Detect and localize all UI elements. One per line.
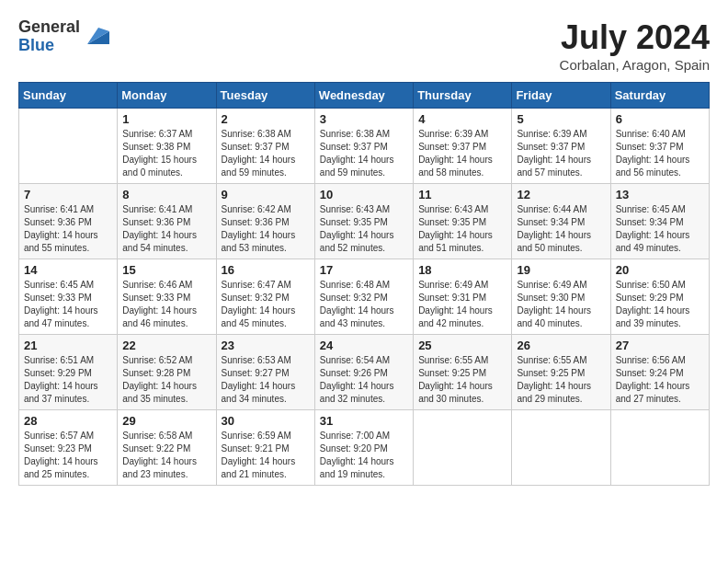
day-number: 26 (517, 339, 605, 352)
cell-content: Sunrise: 6:43 AM Sunset: 9:35 PM Dayligh… (320, 203, 408, 255)
cell-content: Sunrise: 6:57 AM Sunset: 9:23 PM Dayligh… (24, 430, 112, 481)
calendar-cell: 22Sunrise: 6:52 AM Sunset: 9:28 PM Dayli… (118, 335, 216, 410)
cell-content: Sunrise: 6:38 AM Sunset: 9:37 PM Dayligh… (320, 128, 408, 179)
month-year: July 2024 (560, 18, 710, 57)
calendar-cell: 25Sunrise: 6:55 AM Sunset: 9:25 PM Dayli… (414, 335, 512, 410)
week-row-2: 7Sunrise: 6:41 AM Sunset: 9:36 PM Daylig… (19, 184, 710, 259)
calendar-cell: 14Sunrise: 6:45 AM Sunset: 9:33 PM Dayli… (19, 259, 118, 335)
weekday-header-sunday: Sunday (19, 83, 118, 109)
day-number: 14 (24, 263, 112, 277)
day-number: 17 (320, 263, 408, 277)
cell-content: Sunrise: 6:49 AM Sunset: 9:31 PM Dayligh… (418, 279, 506, 330)
day-number: 10 (320, 188, 408, 201)
cell-content: Sunrise: 6:43 AM Sunset: 9:35 PM Dayligh… (418, 203, 506, 255)
day-number: 20 (616, 263, 704, 277)
day-number: 8 (122, 188, 210, 201)
calendar-cell: 20Sunrise: 6:50 AM Sunset: 9:29 PM Dayli… (610, 259, 709, 335)
calendar-cell: 7Sunrise: 6:41 AM Sunset: 9:36 PM Daylig… (19, 184, 118, 259)
weekday-header-row: SundayMondayTuesdayWednesdayThursdayFrid… (19, 83, 710, 109)
cell-content: Sunrise: 6:46 AM Sunset: 9:33 PM Dayligh… (122, 279, 210, 330)
day-number: 7 (24, 188, 112, 201)
cell-content: Sunrise: 6:48 AM Sunset: 9:32 PM Dayligh… (320, 279, 408, 330)
day-number: 4 (418, 112, 506, 126)
calendar-cell: 29Sunrise: 6:58 AM Sunset: 9:22 PM Dayli… (118, 410, 216, 486)
day-number: 27 (616, 339, 704, 352)
day-number: 30 (222, 414, 310, 428)
calendar-cell: 1Sunrise: 6:37 AM Sunset: 9:38 PM Daylig… (118, 109, 216, 184)
weekday-header-wednesday: Wednesday (314, 83, 413, 109)
weekday-header-tuesday: Tuesday (216, 83, 314, 109)
day-number: 13 (616, 188, 704, 201)
week-row-3: 14Sunrise: 6:45 AM Sunset: 9:33 PM Dayli… (19, 259, 710, 335)
calendar-cell (512, 410, 610, 486)
cell-content: Sunrise: 6:38 AM Sunset: 9:37 PM Dayligh… (222, 128, 310, 179)
cell-content: Sunrise: 7:00 AM Sunset: 9:20 PM Dayligh… (320, 430, 408, 481)
calendar-cell: 17Sunrise: 6:48 AM Sunset: 9:32 PM Dayli… (314, 259, 413, 335)
calendar-cell: 13Sunrise: 6:45 AM Sunset: 9:34 PM Dayli… (610, 184, 709, 259)
cell-content: Sunrise: 6:40 AM Sunset: 9:37 PM Dayligh… (616, 128, 704, 179)
calendar-cell: 11Sunrise: 6:43 AM Sunset: 9:35 PM Dayli… (414, 184, 512, 259)
day-number: 16 (222, 263, 310, 277)
day-number: 1 (122, 112, 210, 126)
location: Corbalan, Aragon, Spain (560, 57, 710, 73)
calendar-cell: 2Sunrise: 6:38 AM Sunset: 9:37 PM Daylig… (216, 109, 314, 184)
logo: General Blue (18, 18, 109, 55)
weekday-header-thursday: Thursday (414, 83, 512, 109)
day-number: 18 (418, 263, 506, 277)
day-number: 5 (517, 112, 605, 126)
cell-content: Sunrise: 6:59 AM Sunset: 9:21 PM Dayligh… (222, 430, 310, 481)
calendar-cell: 24Sunrise: 6:54 AM Sunset: 9:26 PM Dayli… (314, 335, 413, 410)
logo-blue: Blue (18, 37, 80, 55)
calendar-cell: 8Sunrise: 6:41 AM Sunset: 9:36 PM Daylig… (118, 184, 216, 259)
cell-content: Sunrise: 6:39 AM Sunset: 9:37 PM Dayligh… (418, 128, 506, 179)
day-number: 22 (122, 339, 210, 352)
day-number: 21 (24, 339, 112, 352)
calendar-cell: 5Sunrise: 6:39 AM Sunset: 9:37 PM Daylig… (512, 109, 610, 184)
calendar-cell: 16Sunrise: 6:47 AM Sunset: 9:32 PM Dayli… (216, 259, 314, 335)
cell-content: Sunrise: 6:54 AM Sunset: 9:26 PM Dayligh… (320, 354, 408, 406)
cell-content: Sunrise: 6:44 AM Sunset: 9:34 PM Dayligh… (517, 203, 605, 255)
week-row-5: 28Sunrise: 6:57 AM Sunset: 9:23 PM Dayli… (19, 410, 710, 486)
calendar-cell: 23Sunrise: 6:53 AM Sunset: 9:27 PM Dayli… (216, 335, 314, 410)
logo-icon (84, 24, 109, 50)
cell-content: Sunrise: 6:55 AM Sunset: 9:25 PM Dayligh… (418, 354, 506, 406)
calendar-cell: 26Sunrise: 6:55 AM Sunset: 9:25 PM Dayli… (512, 335, 610, 410)
cell-content: Sunrise: 6:41 AM Sunset: 9:36 PM Dayligh… (122, 203, 210, 255)
calendar-cell: 12Sunrise: 6:44 AM Sunset: 9:34 PM Dayli… (512, 184, 610, 259)
day-number: 28 (24, 414, 112, 428)
cell-content: Sunrise: 6:37 AM Sunset: 9:38 PM Dayligh… (122, 128, 210, 179)
calendar-cell (610, 410, 709, 486)
day-number: 23 (222, 339, 310, 352)
logo-text: General Blue (18, 18, 80, 55)
calendar-cell: 27Sunrise: 6:56 AM Sunset: 9:24 PM Dayli… (610, 335, 709, 410)
cell-content: Sunrise: 6:56 AM Sunset: 9:24 PM Dayligh… (616, 354, 704, 406)
calendar-cell: 4Sunrise: 6:39 AM Sunset: 9:37 PM Daylig… (414, 109, 512, 184)
calendar-cell (19, 109, 118, 184)
cell-content: Sunrise: 6:45 AM Sunset: 9:34 PM Dayligh… (616, 203, 704, 255)
day-number: 12 (517, 188, 605, 201)
day-number: 11 (418, 188, 506, 201)
day-number: 24 (320, 339, 408, 352)
cell-content: Sunrise: 6:45 AM Sunset: 9:33 PM Dayligh… (24, 279, 112, 330)
cell-content: Sunrise: 6:47 AM Sunset: 9:32 PM Dayligh… (222, 279, 310, 330)
title-area: July 2024 Corbalan, Aragon, Spain (560, 18, 710, 73)
day-number: 9 (222, 188, 310, 201)
day-number: 15 (122, 263, 210, 277)
calendar-cell: 21Sunrise: 6:51 AM Sunset: 9:29 PM Dayli… (19, 335, 118, 410)
logo-general: General (18, 18, 80, 37)
calendar-cell: 10Sunrise: 6:43 AM Sunset: 9:35 PM Dayli… (314, 184, 413, 259)
cell-content: Sunrise: 6:39 AM Sunset: 9:37 PM Dayligh… (517, 128, 605, 179)
calendar-table: SundayMondayTuesdayWednesdayThursdayFrid… (18, 82, 710, 486)
cell-content: Sunrise: 6:42 AM Sunset: 9:36 PM Dayligh… (222, 203, 310, 255)
day-number: 29 (122, 414, 210, 428)
day-number: 2 (222, 112, 310, 126)
calendar-cell: 18Sunrise: 6:49 AM Sunset: 9:31 PM Dayli… (414, 259, 512, 335)
cell-content: Sunrise: 6:50 AM Sunset: 9:29 PM Dayligh… (616, 279, 704, 330)
cell-content: Sunrise: 6:58 AM Sunset: 9:22 PM Dayligh… (122, 430, 210, 481)
cell-content: Sunrise: 6:53 AM Sunset: 9:27 PM Dayligh… (222, 354, 310, 406)
calendar-cell: 19Sunrise: 6:49 AM Sunset: 9:30 PM Dayli… (512, 259, 610, 335)
calendar-cell: 15Sunrise: 6:46 AM Sunset: 9:33 PM Dayli… (118, 259, 216, 335)
weekday-header-saturday: Saturday (610, 83, 709, 109)
weekday-header-friday: Friday (512, 83, 610, 109)
calendar-cell: 9Sunrise: 6:42 AM Sunset: 9:36 PM Daylig… (216, 184, 314, 259)
